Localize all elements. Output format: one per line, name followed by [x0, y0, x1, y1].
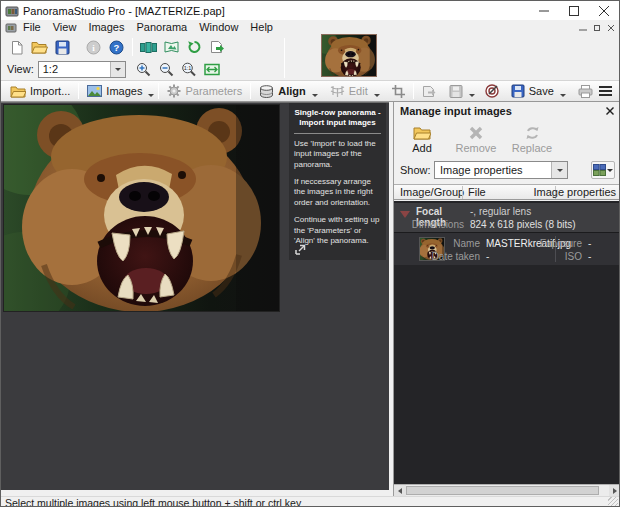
images-button[interactable]: Images — [81, 82, 148, 101]
help-button[interactable]: ? — [105, 37, 128, 57]
save-button[interactable]: Save — [505, 82, 560, 101]
update-panorama-icon — [187, 40, 202, 54]
toolbar-menu-button[interactable] — [598, 85, 613, 99]
app-window: PanoramaStudio Pro - [MAZTERIZE.pap] Fil… — [0, 0, 620, 507]
document-icon — [5, 22, 17, 34]
app-icon — [5, 4, 19, 18]
crop-button[interactable] — [386, 82, 411, 101]
show-mode-value: Image properties — [440, 164, 523, 176]
minimize-button[interactable] — [529, 1, 559, 20]
open-file-button[interactable] — [28, 37, 51, 57]
zoom-in-button[interactable] — [132, 59, 155, 79]
column-image-properties[interactable]: Image properties — [533, 186, 616, 198]
edit-panorama-icon — [164, 40, 179, 54]
save-dropdown-arrow-icon[interactable] — [560, 94, 566, 97]
menu-window[interactable]: Window — [193, 20, 244, 35]
remove-images-button[interactable]: Remove — [450, 122, 502, 158]
dropdown-arrow-icon — [115, 68, 121, 71]
edit-dropdown-arrow-icon[interactable] — [374, 94, 380, 97]
maximize-button[interactable] — [559, 1, 589, 20]
scroll-right-button[interactable] — [609, 485, 620, 496]
svg-text:?: ? — [114, 42, 120, 53]
status-bar: Select multiple images using left mouse … — [1, 496, 619, 507]
scroll-left-button[interactable] — [394, 485, 406, 496]
mdi-minimize-icon[interactable] — [579, 24, 587, 32]
menu-file[interactable]: File — [17, 20, 47, 35]
update-panorama-button[interactable] — [183, 37, 206, 57]
mdi-window-controls — [579, 20, 615, 35]
export-panorama-button[interactable] — [206, 37, 229, 57]
close-button[interactable] — [589, 1, 619, 20]
new-panorama-button[interactable] — [137, 37, 160, 57]
iso-label: ISO — [530, 251, 582, 262]
column-file[interactable]: File — [468, 186, 486, 198]
title-bar[interactable]: PanoramaStudio Pro - [MAZTERIZE.pap] — [1, 1, 619, 20]
group-expand-icon[interactable] — [400, 211, 410, 218]
show-mode-select[interactable]: Image properties — [434, 161, 568, 179]
horizontal-scrollbar[interactable] — [394, 484, 620, 496]
view-label: View: — [7, 63, 34, 75]
svg-text:1:1: 1:1 — [184, 65, 192, 71]
scrollbar-thumb[interactable] — [406, 486, 599, 495]
menu-images[interactable]: Images — [82, 20, 130, 35]
save-as-dropdown-arrow-icon[interactable] — [469, 94, 475, 97]
parameters-button[interactable]: Parameters — [161, 82, 248, 101]
panel-close-button[interactable] — [603, 104, 617, 117]
image-group-row[interactable]: Focal length -, regular lens Dimensions … — [394, 203, 620, 233]
crop-icon — [392, 85, 405, 98]
export-panorama-icon — [210, 40, 225, 54]
save-file-button[interactable] — [51, 37, 74, 57]
input-image-bear-photo[interactable] — [4, 105, 279, 311]
new-document-button[interactable] — [5, 37, 28, 57]
zoom-fit-button[interactable] — [201, 59, 224, 79]
render-target-icon — [485, 84, 499, 98]
save-as-button[interactable] — [443, 82, 469, 101]
print-button[interactable] — [572, 82, 599, 101]
wizard-help-panel: Single-row panorama - Import input image… — [289, 103, 386, 260]
zoom-level-select[interactable]: 1:2 — [38, 61, 126, 78]
zoom-actual-size-icon: 1:1 — [181, 62, 197, 77]
panel-header: Manage input images — [394, 102, 620, 119]
resize-grip[interactable] — [608, 497, 618, 507]
view-mode-arrow-icon — [607, 169, 613, 172]
dimensions-label: Dimensions — [400, 219, 464, 230]
save-floppy-icon — [55, 40, 70, 55]
mdi-close-icon[interactable] — [607, 24, 615, 32]
dropdown-arrow-icon — [557, 169, 563, 172]
detach-panel-icon[interactable] — [295, 244, 306, 255]
import-folder-icon — [10, 85, 26, 98]
images-dropdown-arrow-icon[interactable] — [148, 94, 154, 97]
align-dropdown-arrow-icon[interactable] — [312, 94, 318, 97]
date-taken-value: - — [486, 251, 489, 262]
render-panorama-button[interactable] — [479, 82, 505, 101]
replace-label: Replace — [512, 142, 552, 154]
align-button[interactable]: Align — [253, 82, 312, 101]
zoom-actual-size-button[interactable]: 1:1 — [178, 59, 201, 79]
replace-image-button[interactable]: Replace — [506, 122, 558, 158]
menu-view[interactable]: View — [47, 20, 83, 35]
view-mode-button[interactable] — [591, 161, 615, 179]
info-button[interactable]: i — [82, 37, 105, 57]
column-image-group[interactable]: Image/Group — [400, 186, 464, 198]
edit-label: Edit — [349, 85, 368, 97]
panel-title: Manage input images — [394, 105, 512, 117]
edit-panorama-button[interactable] — [160, 37, 183, 57]
dimensions-value: 824 x 618 pixels (8 bits) — [470, 219, 576, 230]
zoom-out-button[interactable] — [155, 59, 178, 79]
help-paragraph-2: If neccessary arrange the images in the … — [294, 177, 381, 208]
new-panorama-icon — [140, 41, 157, 54]
status-text: Select multiple images using left mouse … — [1, 497, 301, 507]
menu-help[interactable]: Help — [244, 20, 279, 35]
image-table: Focal length -, regular lens Dimensions … — [394, 201, 620, 484]
export-image-button[interactable] — [416, 82, 443, 101]
exposure-label: Exposure — [530, 238, 582, 249]
import-button[interactable]: Import... — [4, 82, 76, 101]
mdi-restore-icon[interactable] — [593, 24, 601, 32]
edit-warp-icon — [330, 85, 345, 97]
image-item-row[interactable]: Name MASTERkreatif.jpg Date taken - Expo… — [394, 233, 620, 265]
show-row: Show: Image properties — [394, 160, 620, 182]
manage-input-images-panel: Manage input images Add Remove Replace S… — [393, 102, 620, 496]
edit-button[interactable]: Edit — [324, 82, 374, 101]
menu-panorama[interactable]: Panorama — [130, 20, 193, 35]
add-images-button[interactable]: Add — [396, 122, 448, 158]
